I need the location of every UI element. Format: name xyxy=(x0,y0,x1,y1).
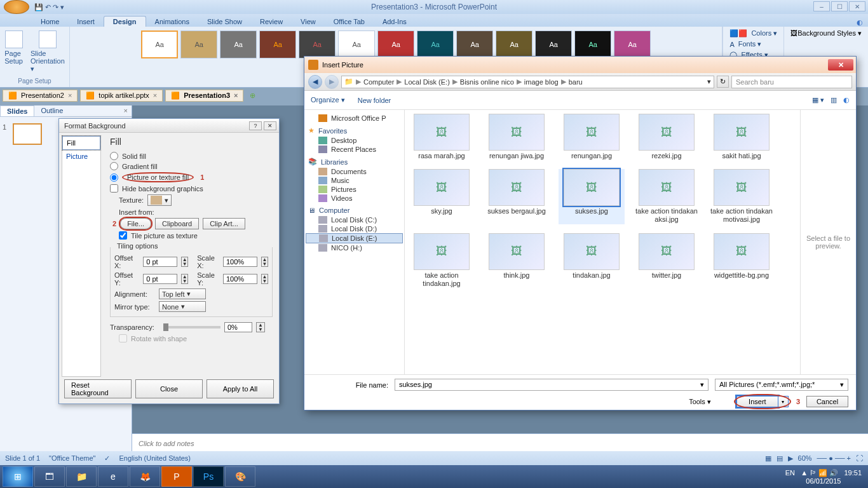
dialog-close-icon[interactable]: ✕ xyxy=(264,121,276,130)
scale-x-input[interactable] xyxy=(223,257,257,267)
file-button[interactable]: File... xyxy=(120,218,151,229)
organize-menu[interactable]: Organize ▾ xyxy=(311,96,345,104)
theme-thumb[interactable]: Aa xyxy=(220,30,257,58)
tree-disk-h[interactable]: NICO (H:) xyxy=(306,243,403,252)
radio-picture-texture-fill[interactable] xyxy=(110,173,118,182)
zoom-level[interactable]: 60% xyxy=(798,454,812,462)
dialog-help-icon[interactable]: ? xyxy=(249,121,262,130)
tree-music[interactable]: Music xyxy=(306,176,403,185)
file-item[interactable]: 🖼sukses bergaul.jpg xyxy=(484,169,550,224)
file-item[interactable]: 🖼sky.jpg xyxy=(409,169,475,224)
back-button[interactable]: ◀ xyxy=(308,75,322,89)
tab-slide-show[interactable]: Slide Show xyxy=(198,17,251,27)
view-normal-icon[interactable]: ▦ xyxy=(765,454,771,463)
file-item[interactable]: 🖼widgettitle-bg.png xyxy=(709,233,775,288)
start-button[interactable]: ⊞ xyxy=(3,466,33,487)
reset-background-button[interactable]: Reset Background xyxy=(64,379,132,398)
file-item[interactable]: 🖼take action tindakan.jpg xyxy=(409,233,475,288)
tab-design[interactable]: Design xyxy=(104,16,146,27)
tab-home[interactable]: Home xyxy=(32,17,68,27)
office-button[interactable] xyxy=(4,0,29,14)
radio-gradient-fill[interactable] xyxy=(110,162,118,170)
theme-thumb[interactable]: Aa xyxy=(259,30,296,58)
file-name-input[interactable]: sukses.jpg▾ xyxy=(395,379,709,391)
panel-close-icon[interactable]: × xyxy=(120,105,132,116)
close-icon[interactable]: × xyxy=(68,92,72,99)
tab-office-tab[interactable]: Office Tab xyxy=(325,17,374,27)
task-ie[interactable]: e xyxy=(98,466,128,487)
checkbox-hide-bg-graphics[interactable] xyxy=(110,184,118,193)
file-item[interactable]: 🖼sukses.jpg xyxy=(559,169,625,224)
doc-tab[interactable]: 🟧Presentation2× xyxy=(3,90,78,102)
alignment-dropdown[interactable]: Top left ▾ xyxy=(159,288,206,299)
apply-to-all-button[interactable]: Apply to All xyxy=(207,379,274,398)
file-list[interactable]: 🖼rasa marah.jpg🖼renungan jiwa.jpg🖼renung… xyxy=(405,110,800,374)
tree-disk-d[interactable]: Local Disk (D:) xyxy=(306,224,403,233)
file-item[interactable]: 🖼renungan.jpg xyxy=(559,114,625,160)
offset-x-input[interactable] xyxy=(143,257,177,267)
file-item[interactable]: 🖼rasa marah.jpg xyxy=(409,114,475,160)
outline-tab[interactable]: Outline xyxy=(34,105,69,116)
view-sorter-icon[interactable]: ▤ xyxy=(776,454,783,463)
background-styles-dropdown[interactable]: 🖼Background Styles ▾ xyxy=(790,29,862,37)
transparency-input[interactable] xyxy=(224,322,252,332)
window-close-button[interactable]: ✕ xyxy=(849,1,865,11)
tree-pictures[interactable]: Pictures xyxy=(306,185,403,194)
theme-thumb[interactable]: Aa xyxy=(614,30,651,58)
insert-button[interactable]: Insert xyxy=(736,396,778,407)
file-item[interactable]: 🖼twitter.jpg xyxy=(634,233,700,288)
breadcrumb-bar[interactable]: 📁 ▶ Computer▶ Local Disk (E:)▶ Bisnis on… xyxy=(341,76,714,88)
tree-favorites[interactable]: ★Favorites xyxy=(308,126,400,135)
maximize-button[interactable]: ☐ xyxy=(831,1,848,11)
language-indicator[interactable]: English (United States) xyxy=(119,454,191,462)
close-icon[interactable]: × xyxy=(234,92,238,99)
doc-tab[interactable]: 🟧topik artikel.pptx× xyxy=(80,90,163,102)
fb-cat-picture[interactable]: Picture xyxy=(62,150,100,163)
tree-videos[interactable]: Videos xyxy=(306,194,403,203)
search-input[interactable]: Search baru xyxy=(731,76,852,88)
clipboard-button[interactable]: Clipboard xyxy=(155,218,199,229)
file-item[interactable]: 🖼renungan jiwa.jpg xyxy=(484,114,550,160)
help-icon[interactable]: ◐ xyxy=(843,96,850,104)
view-mode-dropdown[interactable]: ▦ ▾ xyxy=(812,96,824,104)
dialog-close-button[interactable]: ✕ xyxy=(828,59,853,71)
theme-thumb[interactable]: Aa xyxy=(496,30,532,58)
tree-disk-c[interactable]: Local Disk (C:) xyxy=(306,215,403,224)
slide-orientation-button[interactable]: Slide Orientation ▾ xyxy=(28,29,67,74)
tab-insert[interactable]: Insert xyxy=(68,17,104,27)
clip-art-button[interactable]: Clip Art... xyxy=(203,218,245,229)
theme-thumb[interactable]: Aa xyxy=(417,30,454,58)
theme-thumb[interactable]: Aa xyxy=(180,30,217,58)
file-item[interactable]: 🖼rezeki.jpg xyxy=(634,114,700,160)
file-item[interactable]: 🖼think.jpg xyxy=(484,233,550,288)
scale-y-input[interactable] xyxy=(223,274,257,284)
tab-view[interactable]: View xyxy=(292,17,325,27)
new-folder-button[interactable]: New folder xyxy=(358,97,391,104)
tree-recent[interactable]: Recent Places xyxy=(306,145,403,154)
tree-documents[interactable]: Documents xyxy=(306,167,403,176)
mirror-dropdown[interactable]: None ▾ xyxy=(159,301,206,312)
help-icon[interactable]: ◐ xyxy=(857,18,863,27)
tree-office[interactable]: Microsoft Office P xyxy=(306,114,403,123)
close-button[interactable]: Close xyxy=(135,379,203,398)
cancel-button[interactable]: Cancel xyxy=(806,396,848,407)
slides-tab[interactable]: Slides xyxy=(0,105,34,116)
tab-animations[interactable]: Animations xyxy=(146,17,198,27)
preview-toggle[interactable]: ▥ xyxy=(831,96,837,104)
transparency-slider[interactable] xyxy=(163,326,220,329)
slide-thumbnail[interactable] xyxy=(13,123,42,145)
quick-access-toolbar[interactable]: 💾 ↶ ↷ ▾ xyxy=(34,3,64,11)
tree-libraries[interactable]: 📚Libraries xyxy=(308,158,400,166)
file-type-filter[interactable]: All Pictures (*.emf;*.wmf;*.jpg;*▾ xyxy=(715,379,848,391)
system-tray[interactable]: EN ▲ 🏳 📶 🔊 19:5106/01/2015 xyxy=(785,469,868,485)
fonts-dropdown[interactable]: AFonts ▾ xyxy=(729,40,777,48)
radio-solid-fill[interactable] xyxy=(110,152,118,160)
refresh-button[interactable]: ↻ xyxy=(717,76,729,88)
texture-dropdown[interactable]: ▾ xyxy=(147,194,172,206)
fit-to-window-icon[interactable]: ⛶ xyxy=(856,454,863,462)
offset-y-input[interactable] xyxy=(143,274,177,284)
minimize-button[interactable]: – xyxy=(813,1,830,11)
checkbox-tile-picture[interactable] xyxy=(119,231,127,240)
task-paint[interactable]: 🎨 xyxy=(225,466,255,487)
theme-thumb[interactable]: Aa xyxy=(338,30,375,58)
